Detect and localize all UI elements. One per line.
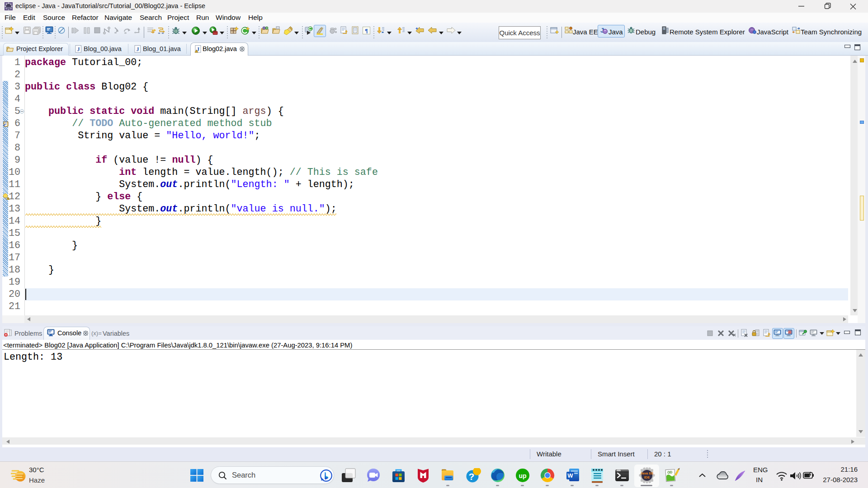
svg-text:IDE: IDE bbox=[644, 475, 650, 479]
svg-text:¶: ¶ bbox=[365, 27, 368, 34]
svg-text:J: J bbox=[137, 46, 139, 52]
svg-text:J: J bbox=[77, 46, 80, 52]
svg-text:up: up bbox=[519, 472, 526, 479]
svg-text:Java EE: Java EE bbox=[641, 471, 654, 475]
svg-text:W: W bbox=[567, 472, 573, 479]
